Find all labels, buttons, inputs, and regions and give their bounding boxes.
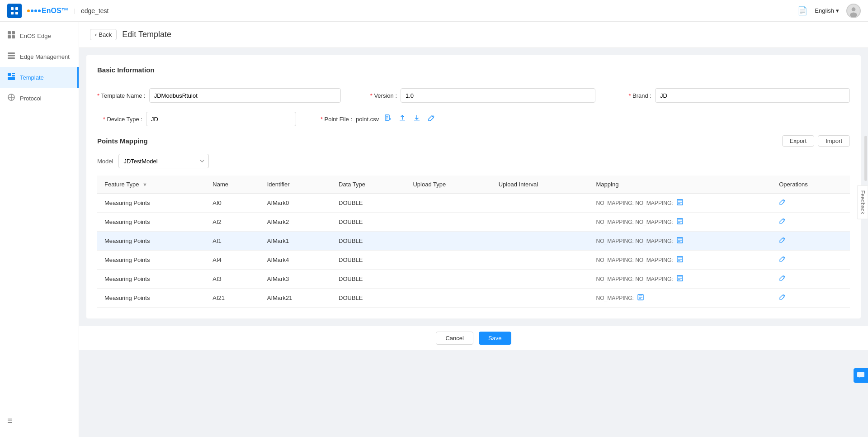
scrollbar[interactable] [864, 136, 867, 181]
points-mapping-section: Points Mapping Export Import Model JDTes… [97, 135, 850, 308]
version-input[interactable] [401, 88, 595, 103]
cell-mapping: NO_MAPPING: NO_MAPPING: [589, 213, 772, 232]
back-button[interactable]: ‹ Back [90, 29, 117, 40]
cell-mapping: NO_MAPPING: [589, 289, 772, 308]
edit-row-icon[interactable] [779, 200, 785, 207]
cell-operations [772, 270, 850, 289]
edit-row-icon[interactable] [779, 294, 785, 302]
svg-rect-9 [8, 35, 11, 38]
svg-rect-0 [11, 7, 14, 10]
edit-row-icon[interactable] [779, 256, 785, 264]
model-label: Model [97, 158, 113, 165]
page-header: ‹ Back Edit Template [79, 22, 868, 48]
svg-rect-14 [8, 73, 11, 76]
point-file-name: point.csv [356, 116, 379, 123]
sidebar-item-protocol[interactable]: Protocol [0, 88, 79, 109]
sidebar: EnOS Edge Edge Management Template Proto… [0, 22, 79, 437]
template-icon [7, 72, 15, 82]
mapping-detail-icon[interactable] [677, 218, 683, 226]
version-field: * Version : [352, 88, 595, 103]
chevron-down-icon: ▾ [836, 7, 839, 14]
model-row: Model JDTestModel [97, 154, 850, 168]
form-row-1: * Template Name : * Version : * Brand [97, 88, 850, 103]
sidebar-item-edge-management[interactable]: Edge Management [0, 46, 79, 67]
table-row: Measuring Points AI4 AIMark4 DOUBLE NO_M… [97, 251, 850, 270]
mapping-detail-icon[interactable] [677, 275, 683, 283]
device-type-label: * Device Type : [97, 116, 142, 123]
template-name-input[interactable] [149, 88, 341, 103]
sidebar-item-enos-edge[interactable]: EnOS Edge [0, 25, 79, 46]
mapping-detail-icon[interactable] [677, 237, 683, 245]
svg-rect-17 [8, 77, 15, 80]
cell-feature-type: Measuring Points [97, 232, 205, 251]
svg-rect-12 [8, 55, 15, 57]
view-file-button[interactable] [382, 114, 393, 124]
template-name-field: * Template Name : [97, 88, 341, 103]
save-button[interactable]: Save [479, 332, 511, 345]
back-label: Back [99, 31, 112, 38]
table-row: Measuring Points AI0 AIMark0 DOUBLE NO_M… [97, 194, 850, 213]
device-type-input[interactable] [146, 112, 296, 126]
doc-icon[interactable]: 📄 [797, 6, 807, 16]
edit-row-icon[interactable] [779, 238, 785, 245]
sidebar-menu-icon[interactable]: ☰ [0, 412, 79, 430]
import-button[interactable]: Import [818, 135, 850, 147]
upload-file-button[interactable] [397, 114, 408, 124]
cell-operations [772, 232, 850, 251]
language-label: English [815, 7, 834, 14]
edit-file-button[interactable] [426, 114, 437, 124]
mapping-detail-icon[interactable] [637, 294, 644, 302]
cell-operations [772, 289, 850, 308]
sidebar-item-label: Template [20, 74, 44, 81]
cell-upload-type [406, 270, 491, 289]
cell-identifier: AIMark21 [260, 289, 331, 308]
language-selector[interactable]: English ▾ [815, 7, 839, 14]
edit-row-icon[interactable] [779, 218, 785, 226]
cell-mapping: NO_MAPPING: NO_MAPPING: [589, 194, 772, 213]
cell-upload-type [406, 194, 491, 213]
filter-icon[interactable]: ▼ [142, 182, 147, 187]
svg-rect-1 [15, 7, 18, 10]
apps-grid-icon[interactable] [7, 4, 22, 18]
cancel-button[interactable]: Cancel [436, 332, 473, 345]
brand-label: * Brand : [606, 92, 651, 99]
edge-management-icon [7, 52, 15, 62]
cell-upload-type [406, 232, 491, 251]
brand-input[interactable] [655, 88, 850, 103]
user-avatar[interactable] [846, 4, 861, 18]
sidebar-item-label: EnOS Edge [20, 33, 51, 39]
feedback-tab[interactable]: Feedback [858, 185, 868, 219]
sidebar-item-label: Protocol [20, 95, 42, 102]
cell-operations [772, 251, 850, 270]
model-select[interactable]: JDTestModel [118, 154, 209, 168]
export-button[interactable]: Export [782, 135, 815, 147]
sidebar-item-template[interactable]: Template [0, 67, 79, 88]
cell-upload-type [406, 251, 491, 270]
table-row: Measuring Points AI21 AIMark21 DOUBLE NO… [97, 289, 850, 308]
version-label: * Version : [352, 92, 397, 99]
device-type-field: * Device Type : [97, 112, 296, 126]
col-upload-type: Upload Type [406, 176, 491, 194]
bottom-bar: Cancel Save [79, 326, 868, 350]
cell-mapping: NO_MAPPING: NO_MAPPING: [589, 270, 772, 289]
cell-data-type: DOUBLE [331, 232, 406, 251]
sidebar-item-label: Edge Management [20, 53, 70, 60]
mapping-detail-icon[interactable] [677, 199, 683, 207]
download-file-button[interactable] [411, 114, 422, 124]
cell-data-type: DOUBLE [331, 194, 406, 213]
svg-rect-49 [857, 372, 864, 377]
chat-icon[interactable] [854, 368, 868, 383]
mapping-actions: Export Import [782, 135, 850, 147]
form-row-2: * Device Type : * Point File : point.csv [97, 112, 850, 126]
svg-rect-13 [8, 57, 15, 59]
protocol-icon [7, 93, 15, 103]
cell-identifier: AIMark3 [260, 270, 331, 289]
cell-upload-interval [491, 289, 589, 308]
cell-data-type: DOUBLE [331, 270, 406, 289]
cell-name: AI3 [205, 270, 259, 289]
mapping-detail-icon[interactable] [677, 256, 683, 264]
edit-row-icon[interactable] [779, 276, 785, 283]
svg-rect-3 [15, 12, 18, 14]
cell-identifier: AIMark2 [260, 213, 331, 232]
table-row: Measuring Points AI3 AIMark3 DOUBLE NO_M… [97, 270, 850, 289]
